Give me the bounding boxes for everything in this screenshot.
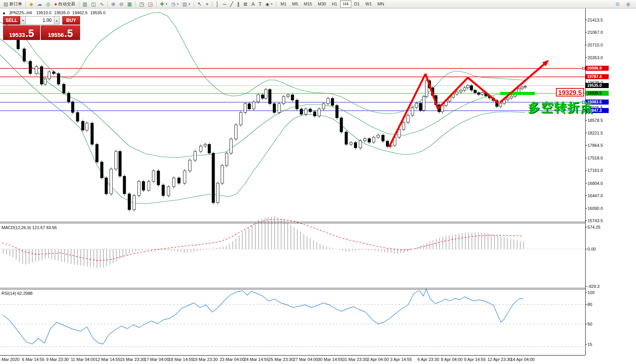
tab-timeframe-d1[interactable]: D1 bbox=[352, 0, 362, 8]
date-label: 2 Apr 04:00 bbox=[367, 357, 389, 362]
date-label: 23 Mar 04:00 bbox=[220, 357, 245, 362]
candlestick-chart-button[interactable]: ◫ bbox=[89, 0, 98, 8]
crosshair-button[interactable]: + bbox=[204, 0, 210, 8]
date-label: 11 Mar 04:00 bbox=[71, 357, 95, 362]
sell-button[interactable]: SELL bbox=[3, 16, 20, 25]
tab-timeframe-m30[interactable]: M30 bbox=[315, 0, 329, 8]
date-label: 25 Mar 23:30 bbox=[269, 357, 294, 362]
date-label: 8 Apr 04:00 bbox=[441, 357, 462, 362]
rsi-indicator-label: RSI(14) 62.2988 bbox=[2, 291, 33, 296]
toolbar-separator bbox=[135, 1, 136, 7]
date-label: 27 Mar 04:00 bbox=[293, 357, 318, 362]
tab-timeframe-m1[interactable]: M1 bbox=[278, 0, 289, 8]
autotrading-button[interactable]: ●自动交易 bbox=[52, 0, 77, 8]
price-tick-label: 21067.0 bbox=[588, 30, 603, 35]
search-icon-button[interactable]: ⊙ bbox=[614, 0, 622, 8]
toolbar-separator bbox=[156, 1, 157, 7]
zoom-out-button[interactable]: ⊖ bbox=[117, 0, 125, 8]
price-badge: 19787.4 bbox=[586, 74, 609, 79]
community-icon[interactable]: ☁ bbox=[35, 0, 44, 8]
trendline-icon: ╱ bbox=[230, 2, 233, 7]
new-order-button-label: 新订单 bbox=[9, 1, 22, 7]
channel-button[interactable]: ∥ bbox=[235, 0, 242, 8]
tile-windows-button[interactable]: ▦ bbox=[125, 0, 134, 8]
chinese-annotation-text[interactable]: 多空转折点 bbox=[528, 99, 593, 116]
high-value: 19535.0 bbox=[54, 10, 70, 15]
price-badge: 19535.0 bbox=[586, 83, 609, 88]
close-value: 19535.0 bbox=[90, 10, 105, 15]
periodicity-button[interactable]: ◷▾ bbox=[169, 0, 180, 8]
sell-price-main: 19533 bbox=[9, 31, 25, 39]
symbol-period-label: JPN225-,H4 bbox=[9, 10, 32, 15]
price-level-box[interactable]: 19329.5 bbox=[556, 88, 584, 96]
text-label-icon: T bbox=[259, 2, 262, 7]
price-tick-label: 18221.5 bbox=[588, 131, 603, 135]
text-label-button[interactable]: T bbox=[257, 0, 264, 8]
price-tick-label: 16090.0 bbox=[588, 206, 603, 211]
new-order-button[interactable]: ▤新订单 bbox=[2, 0, 24, 8]
tab-timeframe-w1[interactable]: W1 bbox=[363, 0, 375, 8]
zoom-in-button[interactable]: ⊕ bbox=[109, 0, 117, 8]
profiles-button[interactable]: ◳ bbox=[137, 0, 146, 8]
date-label: 9 Apr 14:55 bbox=[464, 357, 486, 362]
tile-windows-icon: ▦ bbox=[127, 2, 132, 7]
chart-canvas[interactable] bbox=[0, 0, 636, 364]
vertical-line-icon: │ bbox=[216, 2, 219, 7]
chat-icon-button[interactable]: ◉ bbox=[624, 0, 632, 8]
sell-price-display[interactable]: 19533 .5 bbox=[3, 25, 40, 40]
autotrading-icon: ● bbox=[54, 2, 57, 7]
bar-chart-button[interactable]: ▥ bbox=[81, 0, 89, 8]
chevron-down-icon: ▾ bbox=[189, 2, 190, 6]
templates-button[interactable]: ▧▾ bbox=[180, 0, 192, 8]
sell-price-frac: .5 bbox=[25, 28, 34, 39]
price-tick-label: 574.25 bbox=[588, 225, 601, 229]
price-badge: 19329.5 bbox=[586, 91, 609, 96]
vertical-line-button[interactable]: │ bbox=[214, 0, 221, 8]
toolbar-separator bbox=[212, 1, 212, 7]
price-tick-label: 18578.5 bbox=[588, 118, 603, 123]
volume-input[interactable] bbox=[26, 16, 54, 25]
date-label: 5 Mar 2020 bbox=[0, 357, 20, 362]
price-tick-label: -929.3 bbox=[588, 284, 599, 289]
buy-price-frac: .5 bbox=[64, 28, 73, 39]
tab-timeframe-m15[interactable]: M15 bbox=[301, 0, 315, 8]
signals-icon[interactable]: ◎ bbox=[44, 0, 52, 8]
volume-increase-button[interactable]: ▴ bbox=[54, 16, 60, 25]
fibonacci-button[interactable]: ≣ bbox=[241, 0, 249, 8]
macd-indicator-label: MACD(12,26,9) 121.67 83.56 bbox=[2, 225, 57, 230]
cursor-icon: ↖ bbox=[197, 2, 202, 7]
chevron-down-icon: ▾ bbox=[177, 2, 179, 6]
horizontal-line-button[interactable]: ─ bbox=[221, 0, 228, 8]
buy-price-display[interactable]: 19556 .5 bbox=[41, 25, 80, 40]
buy-button[interactable]: BUY bbox=[62, 16, 80, 25]
date-label: 30 Mar 14:55 bbox=[318, 357, 343, 362]
line-chart-button[interactable]: ∿ bbox=[98, 0, 106, 8]
one-click-trading-panel: SELL ▾ ▴ BUY 19533 .5 19556 .5 bbox=[3, 16, 80, 40]
arrange-button[interactable]: ◲ bbox=[146, 0, 154, 8]
tab-timeframe-h1[interactable]: H1 bbox=[329, 0, 340, 8]
volume-decrease-button[interactable]: ▾ bbox=[20, 16, 26, 25]
toolbar-separator bbox=[25, 1, 26, 7]
price-tick-label: 20710.0 bbox=[588, 43, 603, 47]
tab-timeframe-mn[interactable]: MN bbox=[375, 0, 387, 8]
tab-timeframe-h4[interactable]: H4 bbox=[340, 0, 351, 8]
deposit-icon[interactable]: ◆ bbox=[27, 0, 35, 8]
date-label: 14 Apr 04:00 bbox=[511, 357, 534, 362]
trendline-button[interactable]: ╱ bbox=[228, 0, 235, 8]
text-button[interactable]: A bbox=[249, 0, 257, 8]
periodicity-icon: ◷ bbox=[171, 2, 175, 7]
date-label: 18 Mar 14:55 bbox=[169, 357, 194, 362]
channel-icon: ∥ bbox=[237, 2, 240, 7]
price-tick-label: 0.00 bbox=[588, 247, 596, 251]
cursor-button[interactable]: ↖ bbox=[195, 0, 204, 8]
price-tick-label: 17518.0 bbox=[588, 156, 603, 160]
zoom-out-icon: ⊖ bbox=[119, 2, 124, 7]
community-icon-icon: ☁ bbox=[37, 2, 42, 7]
tab-timeframe-m5[interactable]: M5 bbox=[289, 0, 300, 8]
new-chart-button[interactable]: ✚▾ bbox=[158, 0, 169, 8]
price-tick-label: 20353.0 bbox=[588, 55, 603, 60]
arrange-icon: ◲ bbox=[148, 2, 152, 7]
shapes-icon: ◈ bbox=[265, 2, 269, 7]
shapes-button[interactable]: ◈▾ bbox=[264, 0, 274, 8]
text-icon: A bbox=[251, 2, 255, 7]
